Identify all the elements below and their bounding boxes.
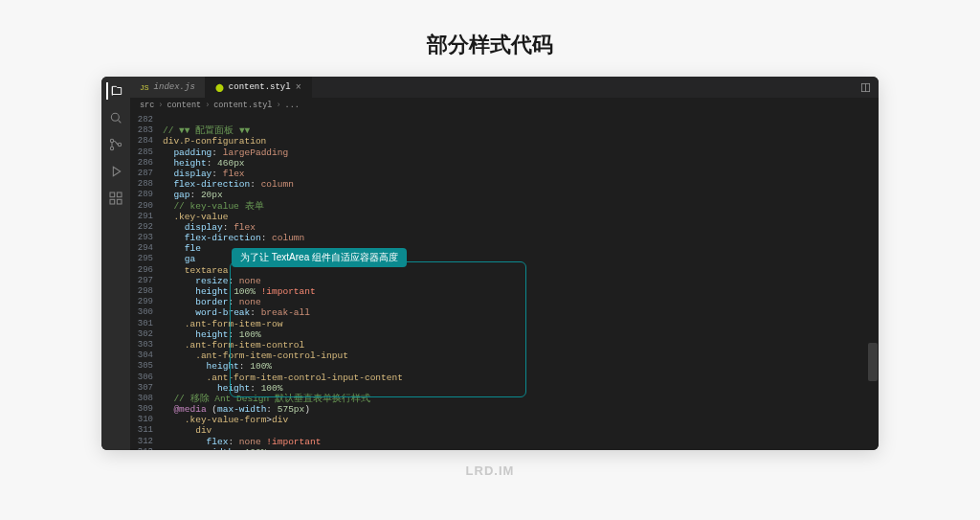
close-icon[interactable]: × — [296, 82, 301, 93]
annotation-label: 为了让 TextArea 组件自适应容器高度 — [232, 248, 407, 267]
svg-point-3 — [118, 143, 121, 146]
code-line[interactable]: height: 460px — [163, 158, 863, 169]
source-control-icon[interactable] — [107, 136, 124, 153]
svg-rect-7 — [117, 199, 122, 204]
stylus-file-icon: ⬤ — [215, 83, 224, 92]
watermark: LRD.IM — [0, 450, 980, 478]
code-line[interactable]: height: 100% — [163, 383, 863, 394]
chevron-right-icon: › — [205, 101, 210, 110]
code-line[interactable] — [163, 115, 863, 125]
code-line[interactable]: resize: none — [163, 276, 863, 286]
code-line[interactable]: flex-direction: column — [163, 233, 863, 243]
code-line[interactable]: gap: 20px — [163, 190, 863, 200]
code-line[interactable]: flex-direction: column — [163, 179, 863, 190]
svg-point-0 — [111, 113, 119, 121]
tab-bar: JS index.js ⬤ content.styl × — [130, 77, 879, 98]
code-body[interactable]: // ▼▼ 配置面板 ▼▼div.P-configuration padding… — [163, 113, 863, 450]
svg-point-1 — [110, 139, 113, 142]
editor-actions-icon[interactable] — [853, 77, 879, 98]
code-line[interactable]: // ▼▼ 配置面板 ▼▼ — [163, 125, 863, 136]
breadcrumb-item[interactable]: content.styl — [213, 101, 272, 110]
code-line[interactable]: .key-value-form>div — [163, 415, 863, 425]
code-line[interactable]: height: 100% — [163, 361, 863, 372]
code-line[interactable]: .ant-form-item-control — [163, 340, 863, 350]
code-line[interactable]: height 100% !important — [163, 286, 863, 297]
code-area[interactable]: 2822832842852862872882892902912922932942… — [130, 113, 879, 450]
breadcrumb-item[interactable]: ... — [285, 101, 300, 110]
code-line[interactable]: @media (max-width: 575px) — [163, 404, 863, 415]
breadcrumb-item[interactable]: content — [167, 101, 201, 110]
line-number-gutter: 2822832842852862872882892902912922932942… — [130, 113, 163, 450]
code-line[interactable]: div.P-configuration — [163, 136, 863, 147]
tab-label: index.js — [154, 82, 195, 92]
extensions-icon[interactable] — [107, 190, 124, 207]
svg-rect-6 — [110, 199, 115, 204]
chevron-right-icon: › — [276, 101, 280, 110]
code-line[interactable]: div — [163, 425, 863, 436]
js-file-icon: JS — [140, 83, 149, 92]
breadcrumb-item[interactable]: src — [140, 101, 154, 110]
code-line[interactable]: word-break: break-all — [163, 307, 863, 318]
tab-label: content.styl — [229, 82, 291, 92]
code-line[interactable]: .key-value — [163, 212, 863, 222]
minimap[interactable] — [863, 113, 879, 450]
code-line[interactable]: .ant-form-item-row — [163, 319, 863, 329]
code-line[interactable]: // key-value 表单 — [163, 201, 863, 212]
chevron-right-icon: › — [158, 101, 163, 110]
code-line[interactable]: width: 100%; — [163, 447, 863, 450]
svg-point-2 — [110, 147, 113, 149]
code-line[interactable]: display: flex — [163, 222, 863, 233]
activity-bar — [101, 77, 130, 450]
debug-icon[interactable] — [107, 163, 124, 180]
page-title: 部分样式代码 — [0, 0, 980, 77]
svg-rect-4 — [110, 192, 115, 197]
code-line[interactable]: display: flex — [163, 169, 863, 179]
code-line[interactable]: // 移除 Ant Design 默认垂直表单换行样式 — [163, 394, 863, 404]
code-line[interactable]: height: 100% — [163, 329, 863, 340]
svg-rect-5 — [117, 192, 122, 197]
breadcrumb[interactable]: src › content › content.styl › ... — [130, 98, 879, 113]
code-line[interactable]: border: none — [163, 297, 863, 307]
search-icon[interactable] — [107, 109, 124, 126]
tab-index-js[interactable]: JS index.js — [130, 77, 206, 98]
code-line[interactable]: .ant-form-item-control-input-content — [163, 373, 863, 383]
code-line[interactable]: .ant-form-item-control-input — [163, 350, 863, 361]
code-line[interactable]: padding: largePadding — [163, 147, 863, 158]
tab-content-styl[interactable]: ⬤ content.styl × — [206, 77, 312, 98]
minimap-thumb[interactable] — [868, 343, 878, 381]
explorer-icon[interactable] — [106, 82, 123, 100]
code-line[interactable]: flex: none !important — [163, 437, 863, 447]
vscode-editor: JS index.js ⬤ content.styl × src › conte… — [101, 77, 879, 450]
